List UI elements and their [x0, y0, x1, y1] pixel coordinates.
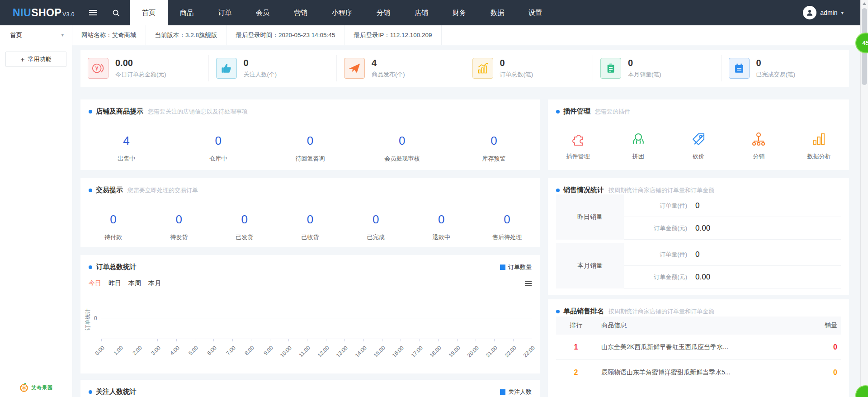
- floating-badge-bottom[interactable]: [855, 385, 868, 397]
- panel-title: 店铺及商品提示: [96, 107, 143, 116]
- chart-period-tab[interactable]: 本周: [128, 279, 141, 288]
- user-menu[interactable]: admin ▾: [803, 0, 868, 25]
- tip-value: 0: [172, 134, 264, 148]
- chart-period-tabs: 今日 昨日 本周 本月: [89, 279, 532, 288]
- stat-value: 0.00: [115, 58, 166, 68]
- x-axis-tick-label: 18:00: [424, 345, 443, 363]
- x-axis-tick-label: 22:00: [499, 345, 518, 363]
- nav-tab[interactable]: 小程序: [320, 0, 364, 25]
- y-axis-tick: 0: [94, 315, 97, 321]
- nav-tab[interactable]: 数据: [478, 0, 516, 25]
- stat-value: 0: [756, 58, 796, 68]
- price-tag-icon: [689, 130, 708, 148]
- chart-period-tab[interactable]: 今日: [89, 279, 101, 288]
- main-nav-tabs: 首页 商品 订单 会员 营销 小程序 分销 店铺 财务 数据 设置: [130, 0, 554, 25]
- x-axis-tick-label: 11:00: [293, 345, 311, 363]
- shop-tip-item[interactable]: 0 库存预警: [448, 134, 540, 163]
- plugin-bargain[interactable]: 砍价: [668, 130, 728, 161]
- plugin-label: 数据分析: [807, 152, 830, 161]
- search-button[interactable]: [104, 0, 127, 25]
- table-row: 订单量(件) 0: [624, 194, 841, 217]
- chart-legend[interactable]: 关注人数: [500, 388, 532, 396]
- x-axis-tick-label: 3:00: [143, 345, 162, 363]
- rank-row[interactable]: 1 山东全美2K西瓜新鲜早春红玉西瓜应当季水... 0: [556, 335, 841, 360]
- nav-tab[interactable]: 设置: [516, 0, 554, 25]
- order-chart-plot: 订单统计 0 0:00 1:00 2:00 3:00 4:00 5:00: [94, 312, 532, 366]
- blue-dot-icon: [556, 110, 560, 113]
- nav-tab[interactable]: 订单: [206, 0, 244, 25]
- tip-label: 待发货: [146, 233, 212, 241]
- trade-tip-item[interactable]: 0 待付款: [80, 213, 146, 241]
- plugin-group-buy[interactable]: 拼团: [608, 130, 668, 161]
- chart-period-tab[interactable]: 昨日: [108, 279, 121, 288]
- chart-toolbox-icon[interactable]: [525, 281, 532, 286]
- x-axis-tick-label: 8:00: [237, 345, 255, 363]
- trade-tip-item[interactable]: 0 退款中: [409, 213, 474, 241]
- nav-tab-label: 小程序: [332, 9, 352, 17]
- scrollbar[interactable]: [860, 0, 868, 397]
- stat-card-goods-published: 4商品发布(个): [336, 55, 465, 81]
- table-row: 订单金额(元) 0.00: [624, 266, 841, 288]
- trade-tip-item[interactable]: 0 售后待处理: [474, 213, 540, 241]
- nav-tab[interactable]: 会员: [244, 0, 282, 25]
- nav-tab[interactable]: 首页: [130, 0, 168, 25]
- nav-tab[interactable]: 店铺: [402, 0, 440, 25]
- rank-row[interactable]: 2 辰颐物语山东羊角蜜博洋蜜甜瓜新鲜当季水5... 0: [556, 360, 841, 385]
- tip-label: 出售中: [80, 155, 172, 163]
- row-value: 0.00: [695, 273, 710, 282]
- trade-tip-item[interactable]: 0 已收货: [277, 213, 343, 241]
- plugin-manage[interactable]: 插件管理: [548, 130, 608, 161]
- plugin-distribution[interactable]: 分销: [729, 130, 789, 161]
- order-chart-panel: 订单总数统计 订单数量 今日 昨日 本周 本月 订单统计 0: [80, 255, 540, 373]
- nav-tab[interactable]: 营销: [282, 0, 320, 25]
- nav-tab[interactable]: 分销: [364, 0, 402, 25]
- trade-tip-item[interactable]: 0 待发货: [146, 213, 212, 241]
- chart-legend[interactable]: 订单数量: [500, 263, 532, 271]
- tip-value: 0: [212, 213, 277, 227]
- nav-tab[interactable]: 商品: [168, 0, 206, 25]
- legend-swatch: [500, 265, 505, 270]
- quick-functions-button[interactable]: + 常用功能: [5, 52, 66, 67]
- shop-tip-item[interactable]: 4 出售中: [80, 134, 172, 163]
- shop-tip-item[interactable]: 0 仓库中: [172, 134, 264, 163]
- stat-value: 0: [244, 58, 277, 68]
- stat-label: 订单总数(笔): [500, 71, 533, 79]
- vendor-logo-text: 艾奇果园: [31, 384, 53, 391]
- trade-tips-panel: 交易提示 您需要立即处理的交易订单 0 待付款 0 待发货 0 已发货: [80, 178, 540, 247]
- x-axis-tick-label: 4:00: [162, 345, 180, 363]
- trade-tip-item[interactable]: 0 已完成: [343, 213, 409, 241]
- tip-value: 0: [277, 213, 343, 227]
- quick-functions-label: 常用功能: [28, 55, 51, 63]
- x-axis-tick-label: 7:00: [218, 345, 237, 363]
- rank-table-header: 排行 商品信息 销量: [556, 317, 841, 335]
- sidebar-module-select[interactable]: 首页 ▾: [0, 25, 72, 45]
- nav-tab[interactable]: 财务: [440, 0, 478, 25]
- shop-tips-panel: 店铺及商品提示 您需要关注的店铺信息以及待处理事项 4 出售中 0 仓库中 0 …: [80, 99, 540, 170]
- panel-header: 店铺及商品提示 您需要关注的店铺信息以及待处理事项: [80, 99, 540, 116]
- row-value: 0: [695, 250, 699, 259]
- puzzle-icon: [569, 130, 587, 148]
- logo-secondary: SHOP: [31, 7, 61, 19]
- sales-group-month: 本月销量 订单量(件) 0 订单金额(元) 0.00: [556, 243, 841, 288]
- x-axis-tick-label: 2:00: [125, 345, 143, 363]
- shop-tip-item[interactable]: 0 会员提现审核: [356, 134, 448, 163]
- shop-tip-item[interactable]: 0 待回复咨询: [264, 134, 356, 163]
- plugin-analytics[interactable]: 数据分析: [789, 130, 849, 161]
- scroll-up-arrow-icon[interactable]: [863, 2, 866, 5]
- sidebar-module-label: 首页: [10, 31, 22, 39]
- chart-period-tab[interactable]: 本月: [148, 279, 161, 288]
- legend-swatch: [500, 389, 505, 395]
- avatar: [803, 6, 816, 19]
- stats-cards: ¥ 0.00今日订单总金额(元) 0关注人数(个) 4商品发布(个) 0订单总数…: [80, 50, 849, 87]
- trade-tip-item[interactable]: 0 已发货: [212, 213, 277, 241]
- tip-value: 0: [343, 213, 409, 227]
- nav-tab-label: 首页: [142, 9, 156, 17]
- nav-tab-label: 订单: [218, 9, 231, 17]
- nav-tab-label: 财务: [453, 9, 466, 17]
- rank-number: 2: [556, 369, 596, 377]
- blue-dot-icon: [556, 189, 560, 192]
- panel-subtitle: 按周期统计商家店铺的订单量和订单金额: [609, 307, 714, 316]
- menu-toggle-button[interactable]: [82, 0, 104, 25]
- thumbs-up-icon: [216, 58, 237, 79]
- stat-label: 已完成交易(笔): [756, 71, 796, 79]
